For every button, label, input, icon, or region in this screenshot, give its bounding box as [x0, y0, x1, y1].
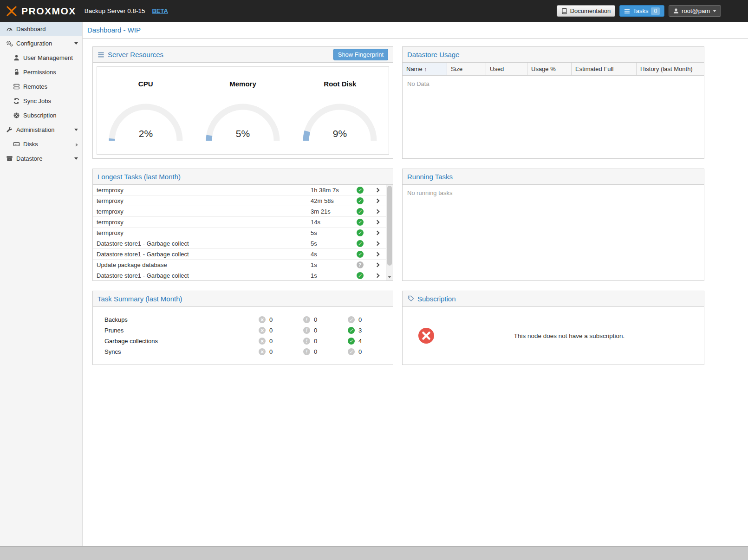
no-running-tasks-text: No running tasks [403, 185, 704, 201]
window-bottom-edge [0, 546, 748, 560]
task-row[interactable]: termproxy 1h 38m 7s [93, 185, 386, 195]
svg-text:5%: 5% [236, 128, 250, 139]
task-summary-row: Prunes 0 0 3 [104, 325, 393, 336]
warning-count-icon [303, 327, 310, 334]
chevron-right-icon[interactable] [368, 242, 386, 245]
column-header-estimated-full[interactable]: Estimated Full [572, 63, 637, 75]
sidebar-item-user-management[interactable]: User Management [0, 51, 82, 65]
running-tasks-panel: Running Tasks No running tasks [402, 169, 704, 281]
status-ok-icon [357, 272, 364, 279]
task-list-icon [624, 8, 630, 14]
chevron-right-icon[interactable] [76, 143, 78, 147]
task-row[interactable]: Update package database 1s [93, 260, 386, 270]
sidebar-item-configuration[interactable]: Configuration [0, 36, 82, 51]
datastore-icon [6, 155, 13, 163]
lock-icon [13, 69, 20, 76]
server-resources-header: Server Resources Show Fingerprint [93, 47, 393, 63]
chevron-down-icon [713, 10, 716, 12]
chevron-right-icon[interactable] [368, 189, 386, 192]
page-title: Dashboard - WIP [87, 26, 141, 34]
root-disk-gauge: Root Disk 9% [292, 67, 389, 154]
show-fingerprint-button[interactable]: Show Fingerprint [333, 49, 388, 60]
chevron-right-icon[interactable] [368, 263, 386, 267]
sidebar-item-remotes[interactable]: Remotes [0, 79, 82, 94]
task-row[interactable]: termproxy 14s [93, 217, 386, 228]
sidebar-item-dashboard[interactable]: Dashboard [0, 22, 82, 36]
ok-count-icon [348, 316, 355, 323]
proxmox-logo-icon [6, 5, 18, 17]
no-data-text: No Data [403, 76, 704, 92]
cpu-gauge: CPU 2% [97, 67, 194, 154]
sidebar-item-disks[interactable]: Disks [0, 137, 82, 151]
chevron-right-icon[interactable] [368, 210, 386, 213]
status-ok-icon [357, 229, 364, 236]
page-header: Dashboard - WIP [83, 22, 748, 39]
task-row[interactable]: termproxy 5s [93, 228, 386, 238]
task-summary-panel: Task Summary (last Month) Backups 0 0 0 … [92, 291, 393, 365]
chevron-down-icon[interactable] [74, 42, 78, 45]
brand: PROXMOX Backup Server 0.8-15 BETA [6, 5, 168, 17]
chevron-down-icon[interactable] [74, 157, 78, 160]
sidebar-item-datastore[interactable]: Datastore [0, 151, 82, 166]
app-body: Dashboard Configuration User Management [0, 22, 748, 546]
sidebar-item-sync-jobs[interactable]: Sync Jobs [0, 94, 82, 108]
column-header-usage[interactable]: Usage % [527, 63, 572, 75]
proxmox-backup-screen: PROXMOX Backup Server 0.8-15 BETA Docume… [0, 0, 748, 560]
documentation-button[interactable]: Documentation [557, 5, 615, 17]
sidebar-item-permissions[interactable]: Permissions [0, 65, 82, 79]
book-icon [561, 8, 567, 14]
task-row[interactable]: Datastore store1 - Garbage collect 4s [93, 249, 386, 260]
brand-name: PROXMOX [21, 6, 76, 17]
column-header-used[interactable]: Used [486, 63, 527, 75]
topbar: PROXMOX Backup Server 0.8-15 BETA Docume… [0, 0, 748, 22]
status-unknown-icon [357, 261, 364, 268]
sidebar-item-subscription[interactable]: Subscription [0, 108, 82, 123]
subscription-tag-icon [407, 295, 414, 302]
scroll-down-button[interactable] [386, 274, 393, 280]
sidebar-item-administration[interactable]: Administration [0, 123, 82, 137]
task-row[interactable]: termproxy 3m 21s [93, 206, 386, 217]
status-ok-icon [357, 219, 364, 226]
scrollbar[interactable] [386, 185, 393, 280]
chevron-right-icon[interactable] [368, 231, 386, 234]
column-header-name[interactable]: Name ↑ [403, 63, 447, 75]
svg-text:9%: 9% [333, 128, 347, 139]
status-ok-icon [357, 208, 364, 215]
tasks-button[interactable]: Tasks 0 [619, 5, 664, 17]
no-subscription-icon [418, 327, 435, 344]
user-menu-button[interactable]: root@pam [669, 5, 721, 17]
svg-text:2%: 2% [138, 128, 152, 139]
status-ok-icon [357, 187, 364, 194]
beta-link[interactable]: BETA [152, 7, 168, 14]
subscription-panel: Subscription This node does not have a s… [402, 291, 704, 365]
task-row[interactable]: Datastore store1 - Garbage collect 5s [93, 238, 386, 249]
server-icon [13, 83, 20, 91]
error-count-icon [259, 338, 266, 345]
cogs-icon [6, 40, 13, 47]
chevron-down-icon[interactable] [74, 129, 78, 131]
product-version: Backup Server 0.8-15 [85, 7, 145, 14]
chevron-right-icon[interactable] [368, 221, 386, 224]
column-header-history[interactable]: History (last Month) [637, 63, 704, 75]
chevron-right-icon[interactable] [368, 274, 386, 277]
error-count-icon [259, 316, 266, 323]
ok-count-icon [348, 338, 355, 345]
server-resources-icon [98, 52, 104, 58]
chevron-right-icon[interactable] [368, 199, 386, 202]
wrench-icon [6, 126, 13, 134]
main-area: Dashboard - WIP Server Resources Show Fi… [83, 22, 748, 546]
scrollbar-thumb[interactable] [387, 186, 392, 266]
topbar-actions: Documentation Tasks 0 root@pam [557, 5, 748, 17]
task-row[interactable]: Datastore store1 - Garbage collect 1s [93, 270, 386, 280]
datastore-table-header: Name ↑ Size Used Usage % Estimated Full … [403, 63, 704, 76]
warning-count-icon [303, 316, 310, 323]
column-header-size[interactable]: Size [447, 63, 486, 75]
tasks-count-badge: 0 [651, 7, 660, 15]
subscription-message: This node does not have a subscription. [435, 332, 704, 339]
status-ok-icon [357, 251, 364, 258]
task-row[interactable]: termproxy 42m 58s [93, 195, 386, 206]
ok-count-icon [348, 348, 355, 355]
ok-count-icon [348, 327, 355, 334]
chevron-right-icon[interactable] [368, 253, 386, 256]
memory-gauge: Memory 5% [194, 67, 291, 154]
